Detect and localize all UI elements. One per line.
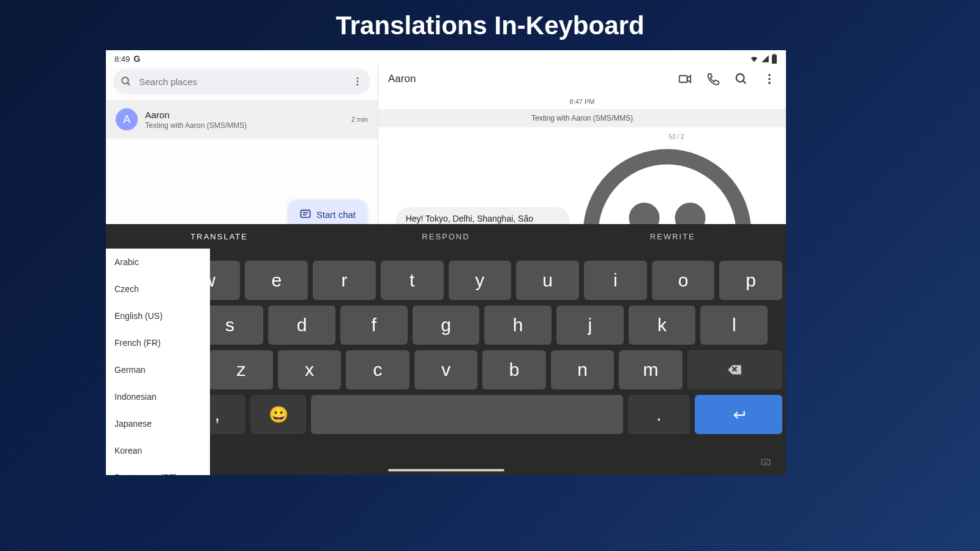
- key-i[interactable]: i: [584, 261, 647, 300]
- lang-item-french-fr[interactable]: French (FR): [106, 329, 210, 356]
- key-backspace[interactable]: [687, 350, 782, 389]
- key-h[interactable]: h: [484, 305, 552, 345]
- search-icon: [121, 76, 132, 87]
- key-o[interactable]: o: [652, 261, 715, 300]
- key-d[interactable]: d: [268, 305, 335, 345]
- svg-rect-19: [761, 459, 770, 465]
- lang-item-arabic[interactable]: Arabic: [106, 249, 210, 276]
- conversation-time: 2 min: [351, 116, 368, 123]
- key-e[interactable]: e: [245, 261, 308, 300]
- key-f[interactable]: f: [340, 305, 408, 345]
- chat-icon: [299, 208, 312, 220]
- key-r[interactable]: r: [313, 261, 376, 300]
- key-u[interactable]: u: [516, 261, 579, 300]
- tablet-screenshot: 8:49 G A Aaron Texting with Aaron (SMS/M…: [106, 50, 786, 475]
- lang-item-czech[interactable]: Czech: [106, 276, 210, 302]
- key-g[interactable]: g: [413, 305, 480, 345]
- conversation-subtitle: Texting with Aaron (SMS/MMS): [145, 121, 344, 130]
- android-nav-bar[interactable]: [388, 469, 504, 471]
- key-j[interactable]: j: [556, 305, 624, 345]
- lang-item-english-us[interactable]: English (US): [106, 302, 210, 329]
- svg-point-22: [766, 461, 766, 462]
- signal-icon: [761, 54, 769, 63]
- video-call-icon[interactable]: [678, 72, 692, 86]
- key-x[interactable]: x: [278, 350, 342, 389]
- svg-rect-10: [679, 76, 687, 83]
- search-input[interactable]: [139, 77, 345, 87]
- svg-point-23: [767, 461, 768, 462]
- battery-icon: [771, 54, 777, 64]
- key-enter[interactable]: [695, 395, 782, 434]
- key-b[interactable]: b: [482, 350, 546, 389]
- avatar: A: [116, 108, 138, 130]
- svg-point-18: [683, 211, 698, 226]
- key-l[interactable]: l: [700, 305, 768, 345]
- chat-more-icon[interactable]: [763, 72, 776, 86]
- key-y[interactable]: y: [449, 261, 512, 300]
- google-logo-icon: G: [133, 54, 140, 64]
- conversation-name: Aaron: [145, 110, 344, 120]
- lang-item-japanese[interactable]: Japanese: [106, 410, 210, 437]
- tab-rewrite[interactable]: REWRITE: [559, 224, 786, 249]
- key-n[interactable]: n: [551, 350, 615, 389]
- key-period[interactable]: .: [628, 395, 690, 434]
- lang-item-german[interactable]: German: [106, 356, 210, 383]
- lang-item-portuguese-pt[interactable]: Portuguese (PT): [106, 464, 210, 475]
- char-count: 53 / 2: [668, 133, 684, 140]
- texting-with-banner: Texting with Aaron (SMS/MMS): [378, 109, 786, 127]
- wifi-icon: [749, 54, 759, 64]
- start-chat-label: Start chat: [316, 209, 356, 220]
- status-time: 8:49: [114, 54, 130, 64]
- svg-point-21: [765, 461, 765, 462]
- svg-point-13: [768, 74, 771, 77]
- key-m[interactable]: m: [619, 350, 683, 389]
- key-t[interactable]: t: [381, 261, 444, 300]
- language-menu: Arabic Czech English (US) French (FR) Ge…: [106, 249, 210, 475]
- key-c[interactable]: c: [346, 350, 410, 389]
- svg-point-4: [357, 77, 359, 79]
- more-icon[interactable]: [352, 76, 363, 87]
- svg-point-11: [736, 74, 744, 82]
- search-bar[interactable]: [113, 69, 370, 94]
- key-space[interactable]: [311, 395, 623, 434]
- search-chat-icon[interactable]: [735, 72, 748, 86]
- svg-rect-1: [773, 54, 775, 55]
- key-v[interactable]: v: [414, 350, 478, 389]
- svg-point-15: [768, 82, 771, 84]
- status-bar: 8:49 G: [106, 50, 786, 65]
- svg-point-17: [637, 211, 652, 226]
- lang-item-korean[interactable]: Korean: [106, 437, 210, 464]
- svg-rect-0: [772, 55, 777, 64]
- svg-point-5: [357, 81, 359, 83]
- chat-header: Aaron: [378, 65, 786, 93]
- phone-icon[interactable]: [706, 72, 720, 86]
- svg-point-2: [122, 77, 129, 84]
- keyboard: TRANSLATE RESPOND REWRITE Arabic Czech E…: [106, 224, 786, 475]
- tab-translate[interactable]: TRANSLATE: [106, 224, 332, 249]
- svg-line-12: [743, 81, 746, 84]
- key-k[interactable]: k: [629, 305, 696, 345]
- svg-rect-24: [764, 463, 768, 463]
- key-p[interactable]: p: [719, 261, 782, 300]
- key-emoji[interactable]: 😀: [250, 395, 307, 434]
- svg-rect-7: [301, 210, 310, 217]
- svg-point-20: [763, 461, 764, 462]
- lang-item-indonesian[interactable]: Indonesian: [106, 383, 210, 410]
- chat-timestamp: 8:47 PM: [378, 93, 786, 109]
- tab-respond[interactable]: RESPOND: [332, 224, 559, 249]
- keyboard-switch-icon[interactable]: [760, 456, 771, 469]
- key-z[interactable]: z: [209, 350, 273, 389]
- conversation-item[interactable]: A Aaron Texting with Aaron (SMS/MMS) 2 m…: [106, 100, 378, 138]
- page-title: Translations In-Keyboard: [0, 0, 980, 51]
- svg-line-3: [127, 83, 130, 85]
- chat-contact-name: Aaron: [388, 73, 671, 85]
- svg-point-14: [768, 78, 771, 80]
- svg-point-6: [357, 84, 359, 86]
